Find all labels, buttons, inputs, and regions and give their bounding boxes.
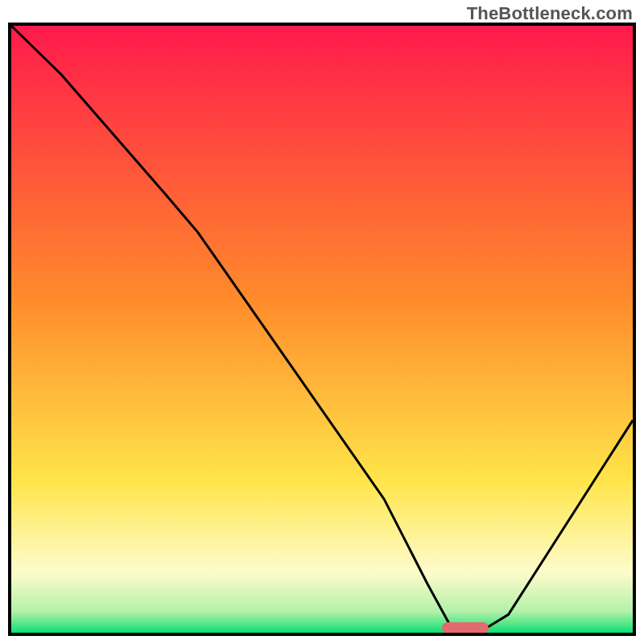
chart-frame: [8, 23, 636, 636]
watermark-text: TheBottleneck.com: [467, 3, 633, 24]
optimum-marker: [442, 622, 489, 634]
chart-plot: [11, 26, 633, 633]
chart-background: [11, 26, 633, 633]
